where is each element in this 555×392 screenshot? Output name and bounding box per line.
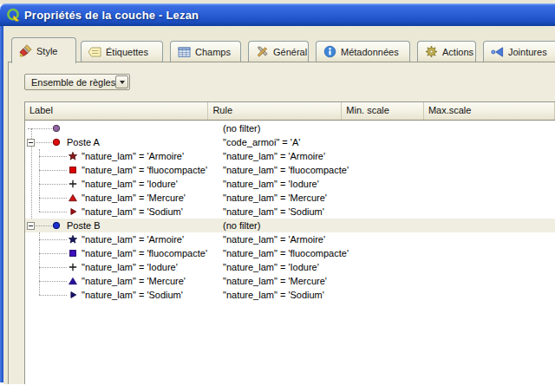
tab-jointures[interactable]: Jointures [483,41,555,62]
rule-label: "nature_lam" = 'Sodium' [82,290,183,300]
rule-row[interactable]: "nature_lam" = 'Armoire'"nature_lam" = '… [25,149,555,163]
rule-row[interactable]: "nature_lam" = 'Armoire'"nature_lam" = '… [25,232,555,246]
group-row[interactable]: Poste A"code_armoi" = 'A' [25,135,555,149]
rule-label: "nature_lam" = 'Mercure' [82,193,186,203]
rule-row[interactable]: "nature_lam" = 'fluocompacte'"nature_lam… [25,246,555,260]
rules-table: LabelRuleMin. scaleMax.scale (no filter)… [24,101,555,384]
rule-row[interactable]: "nature_lam" = 'Mercure'"nature_lam" = '… [25,274,555,288]
info-icon [323,45,336,58]
star-symbol-icon [69,235,77,244]
rule-tree: (no filter)Poste A"code_armoi" = 'A'"nat… [25,121,555,384]
rule-expression: "nature_lam" = 'fluocompacte' [223,248,349,258]
tab-page-frame-top [8,62,555,62]
rule-row[interactable]: "nature_lam" = 'Sodium'"nature_lam" = 'S… [25,205,555,219]
rule-expression: "code_armoi" = 'A' [223,137,300,147]
tree-line [39,267,67,269]
tree-line [36,142,52,144]
circle-symbol-icon [52,124,61,133]
tab-general[interactable]: Général [248,41,309,62]
tree-line [39,253,67,255]
rule-expression: "nature_lam" = 'Iodure' [223,262,319,272]
tree-line [28,128,52,130]
group-row[interactable]: Poste B(no filter) [25,219,555,232]
rule-label: "nature_lam" = 'Armoire' [82,151,184,161]
expander-minus[interactable] [27,139,35,147]
titlebar[interactable]: Propriétés de la couche - Lezan [0,3,555,26]
rule-label: "nature_lam" = 'fluocompacte' [82,165,207,175]
tab-page-frame-left [8,62,9,384]
join-icon [490,45,504,58]
window-title: Propriétés de la couche - Lezan [24,9,199,22]
tag-icon [88,45,101,58]
screen: Propriétés de la couche - Lezan Style Ét… [0,0,555,392]
tab-style[interactable]: Style [11,37,76,63]
rule-expression: "nature_lam" = 'Armoire' [223,151,325,161]
circle-symbol-icon [52,221,61,230]
tree-line [39,212,67,213]
rule-expression: (no filter) [223,123,260,134]
tree-line [39,239,67,241]
circle-symbol-icon [52,138,61,147]
column-header[interactable]: Min. scale [342,102,424,120]
arrow-symbol-icon [69,291,77,299]
rule-expression: "nature_lam" = 'Iodure' [223,179,319,189]
rules-table-header: LabelRuleMin. scaleMax.scale [25,102,555,121]
column-header[interactable]: Label [25,102,208,120]
rule-row[interactable]: "nature_lam" = 'Iodure'"nature_lam" = 'I… [25,260,555,274]
gear-icon [424,45,438,58]
square-symbol-icon [69,249,77,258]
rule-label: Poste B [67,220,101,231]
rule-expression: "nature_lam" = 'Mercure' [223,276,327,286]
square-symbol-icon [69,166,77,174]
tree-line [39,198,67,199]
rule-label: "nature_lam" = 'Mercure' [82,276,186,286]
chevron-down-icon[interactable] [115,75,128,88]
expander-minus[interactable] [27,222,35,230]
rule-row[interactable]: "nature_lam" = 'Iodure'"nature_lam" = 'I… [25,177,555,191]
tab-etiquettes[interactable]: Étiquettes [81,41,163,62]
tab-champs[interactable]: Champs [170,41,241,62]
rule-label: "nature_lam" = 'Sodium' [82,206,183,217]
arrow-symbol-icon [69,207,77,216]
tab-actions[interactable]: Actions [417,41,476,62]
ruleset-dropdown[interactable]: Ensemble de règles [24,74,130,90]
table-icon [177,45,191,58]
rule-label: "nature_lam" = 'Iodure' [82,262,178,272]
brush-icon [18,44,32,57]
tree-line [39,170,67,172]
tree-line [39,295,67,297]
star-symbol-icon [69,152,77,160]
column-header[interactable]: Max.scale [424,102,555,120]
layer-properties-dialog: Style Étiquettes Champs Général Métadonn… [3,26,555,384]
tab-metadonnees[interactable]: Métadonnées [316,41,410,62]
tree-line [36,225,52,227]
rule-label: "nature_lam" = 'Iodure' [82,179,178,189]
rule-label: Poste A [67,137,100,147]
rule-label: "nature_lam" = 'fluocompacte' [82,248,207,258]
tree-line [39,281,67,283]
tree-line [39,156,67,158]
rule-row[interactable]: (no filter) [25,121,555,135]
tools-icon [255,45,269,58]
triangle-symbol-icon [69,277,77,285]
triangle-symbol-icon [69,193,77,202]
rule-expression: (no filter) [223,220,260,231]
rule-expression: "nature_lam" = 'Armoire' [223,234,325,245]
rule-row[interactable]: "nature_lam" = 'Sodium'"nature_lam" = 'S… [25,288,555,302]
rule-expression: "nature_lam" = 'Sodium' [223,290,324,300]
tree-line [39,184,67,186]
qgis-app-icon[interactable] [6,8,20,22]
rule-row[interactable]: "nature_lam" = 'Mercure'"nature_lam" = '… [25,191,555,205]
rule-row[interactable]: "nature_lam" = 'fluocompacte'"nature_lam… [25,163,555,177]
rule-expression: "nature_lam" = 'fluocompacte' [223,165,349,175]
rule-expression: "nature_lam" = 'Sodium' [223,206,324,217]
plus-symbol-icon [69,180,77,188]
rule-expression: "nature_lam" = 'Mercure' [223,193,327,203]
ruleset-dropdown-label: Ensemble de règles [25,77,115,88]
plus-symbol-icon [69,263,77,271]
column-header[interactable]: Rule [208,102,342,120]
rule-label: "nature_lam" = 'Armoire' [82,234,184,245]
